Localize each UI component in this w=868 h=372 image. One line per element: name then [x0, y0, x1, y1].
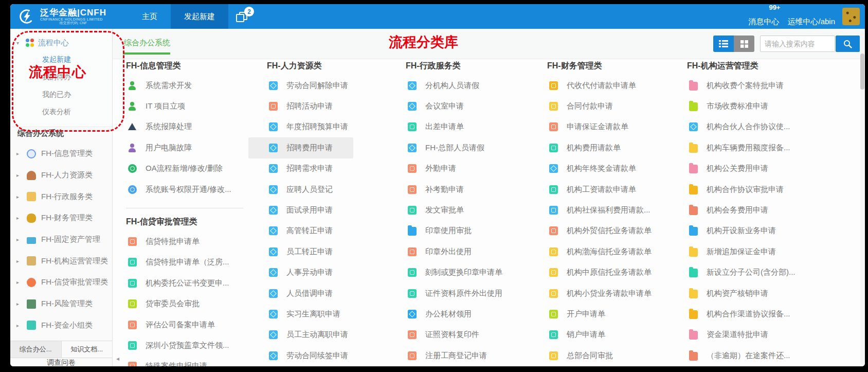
- grid-view-button[interactable]: [734, 36, 754, 52]
- process-item[interactable]: 特殊案件申报申请: [126, 356, 258, 366]
- sidebar-category[interactable]: ▸FH-信贷审批管理类: [10, 272, 112, 293]
- sidebar-category[interactable]: ▸FH-风险管理类: [10, 293, 112, 315]
- list-view-button[interactable]: [713, 36, 734, 52]
- process-item[interactable]: 市场收费标准申请: [687, 96, 819, 116]
- chevron-down-icon[interactable]: ▾: [16, 40, 22, 46]
- process-item[interactable]: 机构合作协议审批申请: [687, 179, 819, 200]
- tree-root-process-center[interactable]: ▾ 流程中心: [10, 29, 112, 50]
- process-item[interactable]: 注册工商登记申请: [406, 345, 537, 366]
- sidebar-bottom-tab[interactable]: 综合办公...: [10, 341, 62, 358]
- sidebar-category[interactable]: ▸FH-机构运营管理类: [10, 250, 112, 272]
- process-item[interactable]: 用户电脑故障: [126, 137, 258, 158]
- process-item[interactable]: 机构开设新业务申请: [687, 221, 819, 241]
- process-item[interactable]: 新增追加保证金申请: [687, 241, 819, 262]
- process-item[interactable]: 员工主动离职申请: [267, 325, 399, 345]
- scrollbar-thumb[interactable]: [860, 54, 864, 90]
- sidebar-category[interactable]: ▸FH-行政服务类: [10, 186, 112, 207]
- tree-item[interactable]: 发起新建: [42, 50, 112, 68]
- process-item[interactable]: 补考勤申请: [406, 179, 537, 200]
- chevron-right-icon[interactable]: ▸: [16, 279, 22, 285]
- process-item[interactable]: 年度招聘预算申请: [267, 117, 399, 137]
- process-item[interactable]: （非逾期）在途案件还...: [687, 345, 819, 366]
- sidebar-category[interactable]: ▸FH-信息管理类: [10, 143, 112, 165]
- nav-item[interactable]: 发起新建: [171, 4, 228, 29]
- search-button[interactable]: [836, 36, 860, 52]
- sidebar-survey-link[interactable]: 调查问卷: [10, 358, 112, 366]
- tree-item[interactable]: 我的待办: [42, 68, 112, 85]
- sidebar-collapse-icon[interactable]: ◂: [116, 355, 119, 362]
- process-item[interactable]: 印章使用审批: [406, 221, 537, 241]
- process-item[interactable]: 机构公关费用申请: [687, 158, 819, 179]
- process-item[interactable]: 分机构人员请假: [406, 75, 537, 96]
- chevron-right-icon[interactable]: ▸: [16, 301, 22, 307]
- process-item[interactable]: 资金渠道特批申请: [687, 325, 819, 345]
- process-item[interactable]: 应聘人员登记: [267, 179, 399, 200]
- process-item[interactable]: 招聘活动申请: [267, 96, 399, 116]
- chevron-right-icon[interactable]: ▸: [16, 237, 22, 242]
- process-item[interactable]: 证件资料原件外出使用: [406, 283, 537, 304]
- process-item[interactable]: 代收代付请款申请单: [547, 75, 679, 96]
- ops-center-user-link[interactable]: 运维中心/abin: [787, 4, 835, 31]
- process-item[interactable]: 员工转正申请: [267, 241, 399, 262]
- process-item[interactable]: 人事异动申请: [267, 262, 399, 283]
- process-item[interactable]: 招聘费用申请: [248, 137, 353, 158]
- chevron-right-icon[interactable]: ▸: [16, 258, 22, 264]
- process-item[interactable]: 机构资产核销申请: [687, 283, 819, 304]
- process-item[interactable]: 会议室申请: [406, 96, 537, 116]
- process-item[interactable]: 实习生离职申请: [267, 304, 399, 324]
- process-item[interactable]: IT 项目立项: [126, 96, 258, 116]
- sidebar-category[interactable]: ▸FH-固定资产管理: [10, 229, 112, 251]
- process-item[interactable]: 机构中原信托业务请款单: [547, 262, 679, 283]
- process-item[interactable]: 机构渤海信托业务请款单: [547, 241, 679, 262]
- process-item[interactable]: 系统报障处理: [126, 117, 258, 137]
- process-item[interactable]: 印章外出使用: [406, 241, 537, 262]
- message-center-link[interactable]: 99+ 消息中心: [747, 4, 780, 31]
- process-item[interactable]: 贷审委员会审批: [126, 294, 258, 314]
- tree-item[interactable]: 我的已办: [42, 85, 112, 103]
- chevron-right-icon[interactable]: ▸: [16, 323, 22, 328]
- process-item[interactable]: 新设立分子公司(含分部)...: [687, 262, 819, 283]
- process-item[interactable]: 信贷特批申请单: [126, 231, 258, 252]
- process-item[interactable]: 机构年终奖金请款单: [547, 158, 679, 179]
- process-item[interactable]: 出差申请单: [406, 117, 537, 137]
- sidebar-bottom-tab[interactable]: 知识文档...: [62, 341, 113, 358]
- process-item[interactable]: 开户申请单: [547, 304, 679, 324]
- process-item[interactable]: 办公耗材领用: [406, 304, 537, 324]
- process-item[interactable]: 机构会务费用申请: [687, 200, 819, 220]
- process-item[interactable]: 机构工资请款申请单: [547, 179, 679, 200]
- process-item[interactable]: 机构社保福利费用请款...: [547, 200, 679, 220]
- process-item[interactable]: 系统需求开发: [126, 75, 258, 96]
- notification-button[interactable]: 2: [228, 4, 255, 29]
- search-input[interactable]: [760, 36, 835, 52]
- chevron-right-icon[interactable]: ▸: [16, 194, 22, 200]
- process-item[interactable]: OA流程新增/修改/删除: [126, 158, 258, 179]
- process-item[interactable]: 机构合作渠道协议报备...: [687, 304, 819, 324]
- tab-office-system[interactable]: 综合办公系统: [124, 38, 170, 48]
- process-item[interactable]: 招聘需求申请: [267, 158, 399, 179]
- process-item[interactable]: 销户申请单: [547, 325, 679, 345]
- chevron-right-icon[interactable]: ▸: [16, 215, 22, 221]
- process-item[interactable]: 劳动合同续签申请: [267, 345, 399, 366]
- process-item[interactable]: 合同付款申请: [547, 96, 679, 116]
- process-item[interactable]: 申请保证金请款单: [547, 117, 679, 137]
- process-item[interactable]: 刻制或更换印章申请单: [406, 262, 537, 283]
- process-item[interactable]: 机构收费个案特批申请: [687, 75, 819, 96]
- process-item[interactable]: 信贷特批申请单（泛房...: [126, 252, 258, 273]
- process-item[interactable]: 面试录用申请: [267, 200, 399, 220]
- process-item[interactable]: 机构外贸信托业务请款单: [547, 221, 679, 241]
- process-item[interactable]: 外勤申请: [406, 158, 537, 179]
- process-item[interactable]: 高管转正申请: [267, 221, 399, 241]
- process-item[interactable]: 总部合同审批: [547, 345, 679, 366]
- avatar[interactable]: [842, 8, 860, 25]
- process-item[interactable]: 机构费用请款单: [547, 137, 679, 158]
- chevron-right-icon[interactable]: ▸: [16, 151, 22, 156]
- process-item[interactable]: 系统账号权限开通/修改...: [126, 179, 258, 200]
- process-item[interactable]: 机构合伙人合作协议使...: [687, 117, 819, 137]
- process-item[interactable]: FH-总部人员请假: [406, 137, 537, 158]
- process-item[interactable]: 劳动合同解除申请: [267, 75, 399, 96]
- scrollbar-track[interactable]: [860, 31, 864, 364]
- process-item[interactable]: 发文审批单: [406, 200, 537, 220]
- sidebar-category[interactable]: ▸FH-人力资源类: [10, 165, 112, 186]
- process-item[interactable]: 机构车辆费用额度报备...: [687, 137, 819, 158]
- process-item[interactable]: 评估公司备案申请单: [126, 314, 258, 335]
